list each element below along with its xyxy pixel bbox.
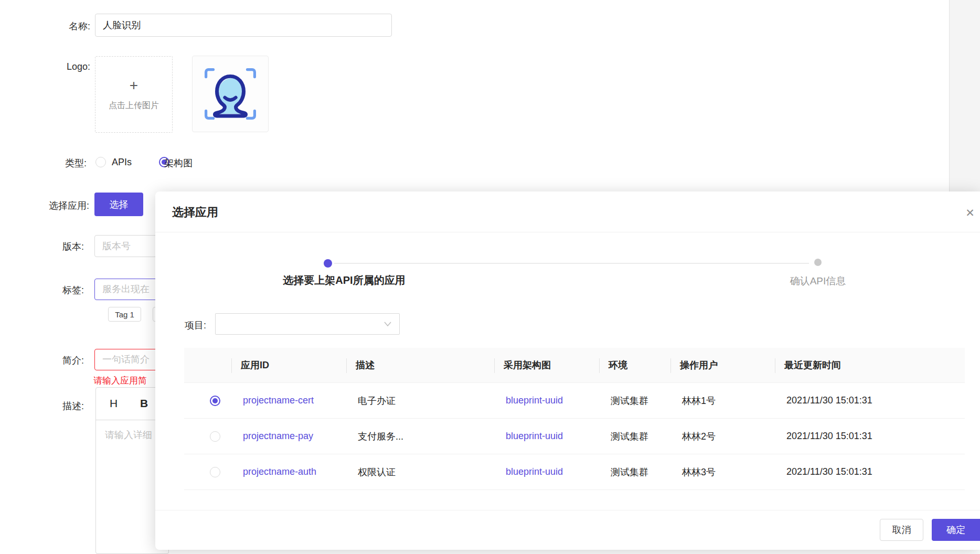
updated-cell: 2021/11/30 15:01:31 [775,431,965,442]
updated-cell: 2021/11/30 15:01:31 [775,466,965,477]
page-gutter [949,0,980,191]
modal-footer: 取消 确定 [155,510,980,550]
modal-header: 选择应用 ✕ [155,191,980,232]
col-app-id: 应用ID [231,348,346,382]
user-cell: 林林2号 [670,430,775,443]
close-icon[interactable]: ✕ [963,206,977,220]
table-header-row: 应用ID 描述 采用架构图 环境 操作用户 最近更新时间 [184,348,965,383]
row-radio[interactable] [210,431,220,442]
heading-button[interactable]: H [110,397,118,410]
step1-dot-icon [324,259,332,268]
radio-type-architecture-label[interactable]: 架构图 [164,157,193,169]
logo-preview [192,56,269,132]
app-desc: 支付服务... [346,430,494,443]
col-user: 操作用户 [670,348,775,382]
chevron-down-icon [384,321,392,327]
table-row: projectname-cert 电子办证 blueprint-uuid 测试集… [184,383,965,419]
table-row: projectname-pay 支付服务... blueprint-uuid 测… [184,419,965,454]
description-label: 描述: [42,400,84,412]
app-id-link[interactable]: projectname-auth [231,466,346,477]
bold-button[interactable]: B [140,397,148,410]
step-connector-line [334,263,809,264]
tag-chip[interactable]: Tag 1 [108,307,141,322]
type-label: 类型: [42,157,87,169]
env-cell: 测试集群 [599,395,670,407]
plus-icon: + [130,78,138,93]
logo-upload-button[interactable]: + 点击上传图片 [95,56,173,133]
app-id-link[interactable]: projectname-cert [231,395,346,406]
confirm-button[interactable]: 确定 [932,519,980,541]
row-radio[interactable] [210,467,220,477]
intro-label: 简介: [42,354,84,367]
user-cell: 林林1号 [670,395,775,407]
radio-type-apis-label[interactable]: APIs [112,157,132,168]
modal-title: 选择应用 [172,205,218,220]
blueprint-link[interactable]: blueprint-uuid [494,466,599,477]
app-desc: 电子办证 [346,395,494,407]
app-table: 应用ID 描述 采用架构图 环境 操作用户 最近更新时间 projectname… [184,348,965,490]
blueprint-link[interactable]: blueprint-uuid [494,431,599,442]
project-select[interactable] [215,313,400,335]
step2-label: 确认API信息 [779,274,857,288]
logo-label: Logo: [42,61,90,72]
upload-hint: 点击上传图片 [109,100,159,111]
name-label: 名称: [42,20,90,33]
user-cell: 林林3号 [670,466,775,478]
version-label: 版本: [42,240,84,253]
name-input[interactable] [95,14,392,37]
project-label: 项目: [185,319,206,332]
intro-error-text: 请输入应用简 [93,375,147,387]
tag-label: 标签: [42,284,84,296]
page: 名称: Logo: + 点击上传图片 类型: APIs 架构图 选择应用: 选择… [0,0,980,554]
select-app-button[interactable]: 选择 [94,193,143,216]
cancel-button[interactable]: 取消 [880,519,923,541]
blueprint-link[interactable]: blueprint-uuid [494,395,599,406]
row-radio[interactable] [210,396,220,406]
col-env: 环境 [599,348,670,382]
face-scan-icon [200,63,261,124]
select-app-label: 选择应用: [42,199,89,212]
step2-dot-icon [814,259,822,266]
app-desc: 权限认证 [346,466,494,478]
radio-type-apis[interactable] [95,157,106,167]
table-row: projectname-auth 权限认证 blueprint-uuid 测试集… [184,454,965,490]
step1-label: 选择要上架API所属的应用 [274,273,414,287]
col-updated: 最近更新时间 [775,348,965,382]
col-desc: 描述 [346,348,494,382]
col-radio [184,348,231,382]
env-cell: 测试集群 [599,430,670,443]
select-app-modal: 选择应用 ✕ 选择要上架API所属的应用 确认API信息 项目: 应用ID 描述… [155,191,980,550]
app-id-link[interactable]: projectname-pay [231,431,346,442]
updated-cell: 2021/11/30 15:01:31 [775,395,965,406]
env-cell: 测试集群 [599,466,670,478]
col-blueprint: 采用架构图 [494,348,599,382]
